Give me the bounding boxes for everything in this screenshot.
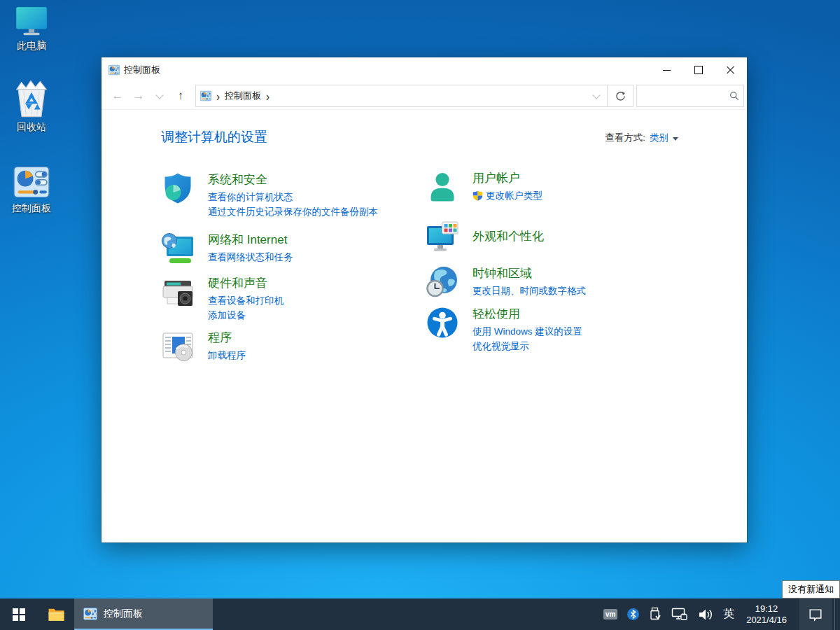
file-explorer-button[interactable] — [38, 598, 74, 630]
desktop-icon-label: 此电脑 — [4, 40, 59, 52]
refresh-button[interactable] — [608, 85, 634, 107]
window-control-panel-icon — [108, 64, 120, 76]
action-center-button[interactable] — [799, 598, 832, 630]
recent-pages-button[interactable] — [149, 85, 170, 106]
forward-button[interactable]: → — [128, 85, 149, 106]
ime-language-button[interactable]: 英 — [720, 598, 738, 630]
category-task-link[interactable]: 查看你的计算机状态 — [208, 190, 378, 204]
minimize-button[interactable] — [650, 57, 682, 83]
ease-of-access-icon[interactable] — [426, 306, 459, 340]
vmware-tray-button[interactable]: vm — [600, 598, 621, 630]
search-box[interactable] — [636, 85, 744, 107]
category-network-internet: 网络和 Internet 查看网络状态和任务 — [161, 232, 421, 265]
category-title[interactable]: 程序 — [208, 330, 246, 346]
vmware-icon: vm — [603, 609, 617, 620]
taskbar-clock[interactable]: 19:12 2021/4/16 — [741, 603, 792, 626]
control-panel-window: 控制面板 ← → ↑ › 控制面板 › — [102, 57, 747, 542]
maximize-icon — [694, 66, 703, 74]
chevron-down-icon — [592, 91, 600, 99]
desktop: 此电脑 回收站 控制面板 控制面板 — [0, 0, 840, 630]
breadcrumb-item[interactable]: 控制面板 — [225, 90, 261, 102]
appearance-personalization-icon[interactable] — [426, 220, 459, 254]
category-column-left: 系统和安全 查看你的计算机状态 通过文件历史记录保存你的文件备份副本 网 — [161, 172, 421, 363]
network-internet-icon[interactable] — [161, 232, 195, 265]
desktop-icon-recycle-bin[interactable]: 回收站 — [4, 78, 59, 133]
minimize-icon — [663, 70, 671, 71]
search-icon[interactable] — [729, 91, 739, 101]
this-pc-icon — [13, 6, 50, 38]
show-desktop-button[interactable] — [834, 598, 839, 630]
up-button[interactable]: ↑ — [170, 85, 191, 106]
clock-region-icon[interactable] — [426, 265, 459, 299]
breadcrumb-control-panel-icon — [200, 90, 211, 102]
task-label: 控制面板 — [104, 608, 143, 620]
category-title[interactable]: 时钟和区域 — [472, 266, 586, 281]
taskbar-task-control-panel[interactable]: 控制面板 — [74, 598, 213, 630]
view-by-dropdown-icon[interactable] — [673, 137, 678, 141]
category-task-link[interactable]: 更改日期、时间或数字格式 — [472, 284, 586, 298]
ime-indicator: 英 — [723, 607, 734, 622]
category-title[interactable]: 外观和个性化 — [472, 229, 544, 244]
category-title[interactable]: 用户帐户 — [472, 171, 542, 186]
action-center-icon — [808, 607, 823, 622]
desktop-icon-label: 回收站 — [4, 121, 59, 133]
bluetooth-tray-button[interactable] — [624, 598, 643, 630]
view-by-label: 查看方式: — [605, 132, 645, 144]
usb-tray-button[interactable] — [645, 598, 665, 630]
category-task-link[interactable]: 查看设备和打印机 — [208, 293, 284, 308]
network-tray-button[interactable] — [668, 598, 692, 630]
category-title[interactable]: 网络和 Internet — [208, 232, 293, 248]
breadcrumb-separator-icon[interactable]: › — [266, 89, 270, 103]
control-panel-icon — [83, 607, 97, 621]
category-task-link[interactable]: 更改帐户类型 — [472, 188, 542, 203]
category-task-link[interactable]: 卸载程序 — [208, 348, 246, 363]
control-panel-home: 调整计算机的设置 查看方式: 类别 系统和安全 查看你的计算机状态 — [102, 110, 747, 542]
view-by-value[interactable]: 类别 — [650, 132, 668, 144]
windows-logo-icon — [13, 608, 25, 621]
window-title: 控制面板 — [124, 64, 160, 76]
programs-icon[interactable] — [161, 330, 195, 363]
category-task-link[interactable]: 添加设备 — [208, 308, 284, 323]
desktop-icon-this-pc[interactable]: 此电脑 — [4, 6, 59, 52]
usb-device-icon — [649, 607, 662, 622]
uac-shield-icon — [472, 190, 483, 201]
back-button[interactable]: ← — [107, 85, 128, 106]
volume-tray-button[interactable] — [694, 598, 717, 630]
category-title[interactable]: 轻松使用 — [472, 307, 582, 322]
category-programs: 程序 卸载程序 — [161, 330, 421, 363]
system-security-icon[interactable] — [161, 172, 195, 205]
category-title[interactable]: 系统和安全 — [208, 172, 378, 188]
desktop-icon-control-panel[interactable]: 控制面板 — [4, 164, 59, 214]
speaker-icon — [698, 608, 713, 622]
navigation-toolbar: ← → ↑ › 控制面板 › — [102, 83, 747, 110]
desktop-icon-label: 控制面板 — [4, 202, 59, 214]
title-bar[interactable]: 控制面板 — [102, 57, 747, 83]
address-dropdown-button[interactable] — [587, 94, 606, 98]
clock-time: 19:12 — [746, 603, 787, 615]
category-task-link[interactable]: 通过文件历史记录保存你的文件备份副本 — [208, 204, 378, 219]
page-title: 调整计算机的设置 — [161, 128, 267, 146]
address-bar[interactable]: › 控制面板 › — [195, 85, 608, 107]
category-task-link-label: 更改帐户类型 — [486, 188, 542, 203]
notification-tooltip: 没有新通知 — [782, 580, 840, 598]
category-clock-region: 时钟和区域 更改日期、时间或数字格式 — [426, 265, 699, 299]
close-button[interactable] — [715, 57, 747, 83]
control-panel-icon — [13, 164, 50, 200]
category-appearance-personalization: 外观和个性化 — [426, 220, 699, 254]
start-button[interactable] — [0, 598, 38, 630]
close-icon — [727, 66, 735, 74]
refresh-icon — [615, 91, 626, 102]
category-task-link[interactable]: 查看网络状态和任务 — [208, 250, 293, 265]
clock-date: 2021/4/16 — [746, 615, 787, 626]
maximize-button[interactable] — [682, 57, 715, 83]
user-accounts-icon[interactable] — [426, 170, 459, 204]
recycle-bin-icon — [13, 78, 50, 119]
file-explorer-icon — [48, 607, 65, 622]
hardware-sound-icon[interactable] — [161, 275, 195, 309]
category-task-link[interactable]: 使用 Windows 建议的设置 — [472, 324, 582, 339]
search-input[interactable] — [641, 90, 729, 102]
category-task-link[interactable]: 优化视觉显示 — [472, 339, 582, 354]
category-user-accounts: 用户帐户 更改帐户类型 — [426, 170, 699, 204]
category-title[interactable]: 硬件和声音 — [208, 276, 284, 291]
category-ease-of-access: 轻松使用 使用 Windows 建议的设置 优化视觉显示 — [426, 306, 699, 354]
